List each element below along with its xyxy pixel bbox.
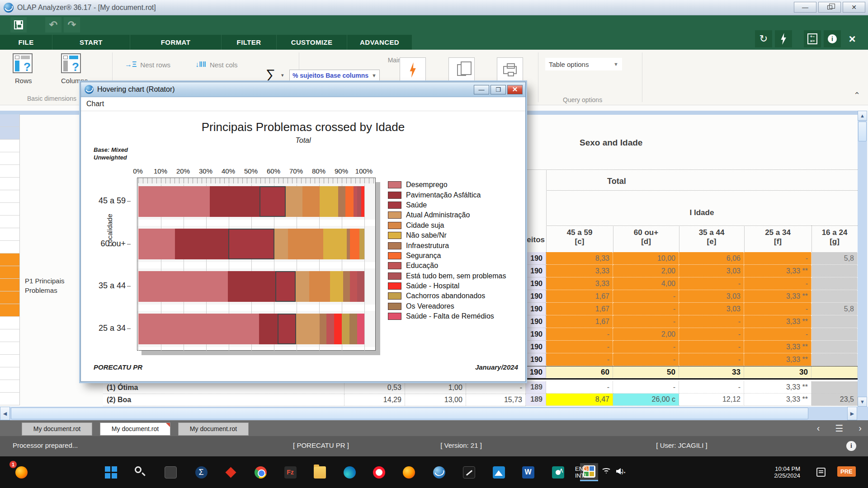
menu-tab-filter[interactable]: FILTER [222, 35, 277, 50]
table-cell[interactable] [811, 315, 858, 328]
bar-segment-seguran-a[interactable] [345, 186, 354, 217]
copy-button[interactable] [448, 57, 475, 83]
bar-segment-infraestrutura[interactable] [338, 186, 345, 217]
menu-tab-advanced[interactable]: ADVANCED [347, 35, 412, 50]
table-cell[interactable]: - [679, 353, 744, 366]
table-cell[interactable]: 1,67 [546, 315, 613, 328]
tab-scroll-left-icon[interactable]: ‹ [817, 423, 820, 433]
table-cell[interactable]: 3,33 ** [744, 265, 811, 277]
dialog-maximize-button[interactable]: ❒ [491, 85, 506, 94]
grid-cell[interactable] [0, 203, 20, 216]
table-cell[interactable]: - [613, 303, 679, 315]
vertical-scrollbar[interactable]: ▲ ▼ [858, 111, 867, 407]
bar-segment-infraestrutura[interactable] [320, 314, 326, 344]
wifi-icon[interactable] [601, 468, 611, 475]
table-cell[interactable] [811, 366, 858, 378]
vertical-scrollbar-thumb[interactable] [858, 122, 867, 141]
table-cell[interactable] [811, 277, 858, 290]
stacked-bar[interactable] [138, 271, 364, 302]
table-cell[interactable]: 2,00 [613, 328, 679, 341]
info-button[interactable]: i [824, 30, 841, 47]
close-document-button[interactable]: × [844, 30, 861, 47]
table-cell[interactable]: 5,8 [811, 252, 858, 265]
table-cell[interactable]: 23,5 [811, 394, 858, 406]
table-cell[interactable]: 13,00 [405, 394, 466, 406]
calculator-button[interactable]: +−×= [804, 30, 821, 47]
bar-segment-sa-de-hospital[interactable] [361, 186, 365, 217]
hovering-chart-dialog[interactable]: Hovering chart (Rotator) — ❒ ✕ Chart Pri… [80, 82, 526, 382]
grid-cell[interactable] [0, 114, 20, 127]
table-cell[interactable]: 50 [613, 366, 679, 378]
bar-segment-cachorros-abandonados[interactable] [359, 229, 364, 259]
collapse-ribbon-button[interactable]: ⌃ [854, 90, 860, 100]
bar-segment-n-o-sabe-nr[interactable] [330, 271, 343, 302]
grid-cell[interactable] [0, 317, 20, 329]
grid-cell[interactable] [0, 266, 20, 279]
taskbar-maps-icon[interactable] [549, 463, 567, 481]
taskbar-snip-tool-icon[interactable] [460, 463, 478, 481]
table-cell[interactable] [811, 290, 858, 303]
table-cell[interactable] [811, 265, 858, 277]
quick-run-button[interactable] [400, 57, 426, 83]
grid-cell[interactable] [0, 178, 20, 190]
stacked-bar[interactable] [138, 229, 364, 259]
table-row[interactable]: 1901,67-3,03-5,8 [526, 303, 858, 315]
document-tab[interactable]: My document.rot [100, 422, 170, 436]
table-cell[interactable]: 6,06 [679, 252, 744, 265]
table-row[interactable]: 1908,3310,006,06-5,8 [526, 252, 858, 265]
table-cell[interactable] [811, 381, 858, 394]
nest-rows-button[interactable]: →Ξ Nest rows [125, 61, 170, 69]
table-cell[interactable]: 0,53 [344, 382, 405, 394]
grid-cell[interactable] [0, 127, 20, 140]
bar-segment-educa-o[interactable] [354, 186, 357, 217]
refresh-button[interactable]: ↻ [755, 30, 772, 47]
run-button[interactable] [775, 30, 792, 47]
bar-segment-sa-de[interactable] [259, 186, 286, 217]
bar-segment-sa-de-falta-de-rem-dios[interactable] [357, 314, 364, 344]
rows-button[interactable]: ? [13, 53, 33, 73]
table-cell[interactable]: - [613, 315, 679, 328]
bar-segment-desemprego[interactable] [138, 229, 175, 259]
bar-segment-est-tudo-bem-sem-problemas[interactable] [357, 186, 361, 217]
grid-cell[interactable] [0, 342, 20, 355]
save-button[interactable] [10, 17, 27, 33]
table-cell[interactable] [811, 341, 858, 353]
taskbar-start-icon[interactable] [102, 463, 120, 481]
redo-button[interactable]: ↷ [64, 17, 80, 33]
table-cell[interactable]: - [679, 315, 744, 328]
print-button[interactable] [497, 57, 523, 83]
undo-button[interactable]: ↶ [45, 17, 61, 33]
grid-cell[interactable] [0, 165, 20, 178]
taskbar-photos-icon[interactable] [490, 463, 508, 481]
bar-segment-cachorros-abandonados[interactable] [342, 314, 349, 344]
taskbar-word-icon[interactable]: W [519, 463, 537, 481]
volume-icon[interactable]: ) [616, 468, 623, 474]
table-row[interactable]: 1903,334,00-- [526, 277, 858, 290]
metric-chevron-icon[interactable]: ▾ [281, 72, 284, 78]
bar-segment-pavimenta-o-asf-ltica[interactable] [175, 229, 228, 259]
nest-cols-button[interactable]: ↓‖‖ Nest cols [195, 61, 238, 69]
horizontal-scrollbar[interactable]: ◀ ▶ [0, 407, 868, 420]
table-cell[interactable]: - [613, 290, 679, 303]
bar-segment-desemprego[interactable] [138, 314, 259, 344]
menu-tab-format[interactable]: FORMAT [130, 35, 222, 50]
table-cell[interactable]: 8,47 [546, 394, 613, 406]
table-cell[interactable]: - [679, 328, 744, 341]
tab-list-menu-icon[interactable]: ☰ [835, 423, 843, 434]
grid-cell[interactable] [0, 216, 20, 228]
table-cell[interactable]: 3,03 [679, 265, 744, 277]
table-cell[interactable]: 3,33 ** [744, 353, 811, 366]
table-row[interactable]: 1898,4726,00 c12,123,33 **23,5 [526, 394, 858, 406]
table-cell[interactable]: 3,33 [546, 277, 613, 290]
grid-cell[interactable] [0, 393, 20, 405]
bar-segment-desemprego[interactable] [138, 186, 210, 217]
scroll-right-icon[interactable]: ▶ [847, 407, 857, 420]
table-cell[interactable]: 3,03 [679, 303, 744, 315]
bar-segment-cidade-suja[interactable] [309, 271, 330, 302]
table-cell[interactable]: - [613, 353, 679, 366]
grid-cell[interactable] [0, 291, 20, 304]
taskbar-firefox-icon[interactable] [400, 463, 418, 481]
tray-expand-icon[interactable]: ∧ [559, 466, 564, 474]
bar-segment-educa-o[interactable] [326, 314, 334, 344]
taskbar-folder-icon[interactable] [311, 463, 329, 481]
